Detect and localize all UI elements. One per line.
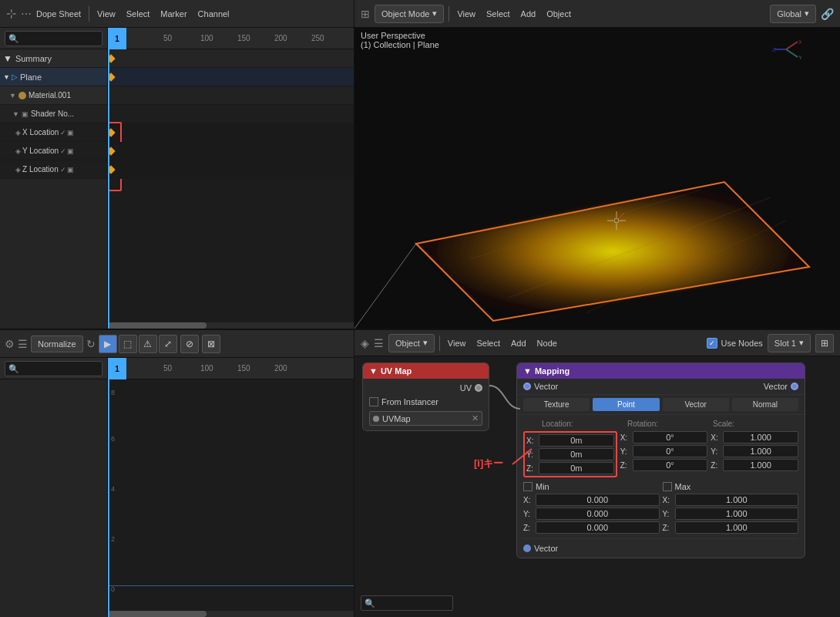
uv-map-title: UV Map xyxy=(381,366,412,376)
plane-label: Plane xyxy=(20,72,42,82)
use-nodes-label: Use Nodes xyxy=(721,339,762,348)
menu-select-dope[interactable]: Select xyxy=(123,8,153,20)
view-toggle-btn[interactable]: ⊠ xyxy=(202,335,220,353)
mapping-node: ▼ Mapping Vector Vector xyxy=(516,362,805,558)
dope-sheet-title: Dope Sheet xyxy=(36,9,81,19)
warning-btn[interactable]: ⚠ xyxy=(139,335,157,353)
vector-input-label: Vector xyxy=(534,382,558,391)
location-header: Location: xyxy=(542,420,573,428)
viewport-icon: ⊞ xyxy=(361,8,370,20)
rot-y-field[interactable]: 0° xyxy=(633,445,708,457)
menu-select-vp[interactable]: Select xyxy=(483,8,513,20)
menu-channel-dope[interactable]: Channel xyxy=(195,8,233,20)
z-location-label: Z Location xyxy=(22,165,59,174)
menu-add-ne[interactable]: Add xyxy=(508,337,529,349)
max-x-field[interactable]: 1.000 xyxy=(675,494,799,506)
scale-x-field[interactable]: 1.000 xyxy=(723,431,798,443)
scale-y-field[interactable]: 1.000 xyxy=(723,445,798,457)
from-instancer-check[interactable] xyxy=(369,397,378,406)
ne-right-btn[interactable]: ⊞ xyxy=(815,334,834,352)
tab-normal[interactable]: Normal xyxy=(732,398,798,411)
min-check[interactable] xyxy=(523,482,533,491)
box-select-btn[interactable]: ⬚ xyxy=(119,335,137,353)
uvmap-close-icon[interactable]: ✕ xyxy=(472,413,479,423)
uv-socket xyxy=(475,384,482,392)
menu-view-dope[interactable]: View xyxy=(94,8,119,20)
global-btn[interactable]: Global ▾ xyxy=(770,5,816,23)
collection-label: (1) Collection | Plane xyxy=(361,40,439,49)
loc-y-field[interactable]: 0m xyxy=(539,448,614,460)
max-check[interactable] xyxy=(663,482,672,491)
tree-row-plane[interactable]: ▼ ▷ Plane xyxy=(0,68,107,86)
uv-map-collapse-icon[interactable]: ▼ xyxy=(369,366,378,376)
search-input-bottom[interactable] xyxy=(5,361,102,376)
uv-output-label: UV xyxy=(460,383,472,393)
panel-type-icon: ⋯ xyxy=(21,8,32,20)
min-y-field[interactable]: 0.000 xyxy=(536,507,660,520)
chevron-down-icon2: ▾ xyxy=(805,8,809,19)
vector-bottom-socket xyxy=(523,545,531,552)
transform-btn[interactable]: ⤢ xyxy=(159,335,177,353)
menu-view-ne[interactable]: View xyxy=(445,337,469,349)
tree-row-shader[interactable]: ▼ ▣ Shader No... xyxy=(0,105,107,123)
mapping-title: Mapping xyxy=(535,366,570,376)
loc-z-field[interactable]: 0m xyxy=(539,462,614,474)
scale-z-field[interactable]: 1.000 xyxy=(723,459,798,471)
min-z-field[interactable]: 0.000 xyxy=(536,521,660,534)
link-icon[interactable]: 🔗 xyxy=(821,8,834,20)
summary-label: Summary xyxy=(15,54,52,63)
vector-output-socket xyxy=(791,383,798,390)
vector-input-socket xyxy=(523,383,531,390)
rot-z-field[interactable]: 0° xyxy=(633,459,708,471)
from-instancer-label: From Instancer xyxy=(381,397,438,406)
key-annotation: [i]キー xyxy=(474,457,503,470)
tab-point[interactable]: Point xyxy=(593,398,659,411)
max-y-field[interactable]: 1.000 xyxy=(675,507,799,520)
tree-row-z-location[interactable]: ◈ Z Location ✓ ▣ xyxy=(0,160,107,179)
node-search[interactable] xyxy=(361,595,453,611)
tree-row-summary[interactable]: ▼ Summary xyxy=(0,49,107,68)
menu-marker-dope[interactable]: Marker xyxy=(157,8,190,20)
slot-select[interactable]: Slot 1 ▾ xyxy=(768,334,811,352)
shader-label: Shader No... xyxy=(31,110,74,118)
rot-x-field[interactable]: 0° xyxy=(633,431,708,443)
rotation-header: Rotation: xyxy=(627,420,658,428)
menu-node-ne[interactable]: Node xyxy=(534,337,560,349)
slot-label: Slot 1 xyxy=(774,339,796,348)
svg-line-14 xyxy=(786,42,798,49)
uvmap-dot xyxy=(373,416,379,422)
graph-editor-icon: ⚙ xyxy=(5,338,15,350)
mapping-collapse-icon[interactable]: ▼ xyxy=(523,366,532,376)
node-editor-icon: ◈ xyxy=(361,337,369,349)
normalize-label: Normalize xyxy=(38,339,76,349)
object-mode-btn[interactable]: Object Mode ▾ xyxy=(375,5,444,23)
min-x-field[interactable]: 0.000 xyxy=(536,494,660,506)
min-label: Min xyxy=(536,482,549,491)
object-select-ne[interactable]: Object ▾ xyxy=(388,334,435,352)
grid-icon-ne: ☰ xyxy=(374,337,384,349)
refresh-icon[interactable]: ↻ xyxy=(86,338,96,350)
uv-map-node: ▼ UV Map UV From Instancer xyxy=(362,362,489,431)
search-input[interactable] xyxy=(5,31,102,46)
menu-select-ne[interactable]: Select xyxy=(473,337,503,349)
menu-object-vp[interactable]: Object xyxy=(543,8,574,20)
grid-icon: ☰ xyxy=(18,338,28,350)
loc-x-field[interactable]: 0m xyxy=(539,434,614,447)
max-z-field[interactable]: 1.000 xyxy=(675,521,799,534)
dope-sheet-app-icon: ⊹ xyxy=(6,6,16,21)
tree-row-material[interactable]: ▼ Material.001 xyxy=(0,86,107,105)
chevron-down-icon: ▾ xyxy=(432,8,437,19)
tab-texture[interactable]: Texture xyxy=(523,398,590,411)
filter-btn[interactable]: ⊘ xyxy=(180,335,199,353)
menu-view-vp[interactable]: View xyxy=(454,8,479,20)
svg-text:Y: Y xyxy=(798,54,801,61)
svg-text:X: X xyxy=(798,39,801,46)
tree-row-y-location[interactable]: ◈ Y Location ✓ ▣ xyxy=(0,142,107,160)
use-nodes-toggle[interactable]: ✓ Use Nodes xyxy=(707,338,762,349)
vector-bottom-label: Vector xyxy=(534,544,558,553)
tree-row-x-location[interactable]: ◈ X Location ✓ ▣ xyxy=(0,123,107,142)
tab-vector[interactable]: Vector xyxy=(663,398,729,411)
menu-add-vp[interactable]: Add xyxy=(518,8,539,20)
normalize-btn[interactable]: Normalize xyxy=(31,335,83,352)
select-tool-btn[interactable]: ▶ xyxy=(99,335,117,353)
